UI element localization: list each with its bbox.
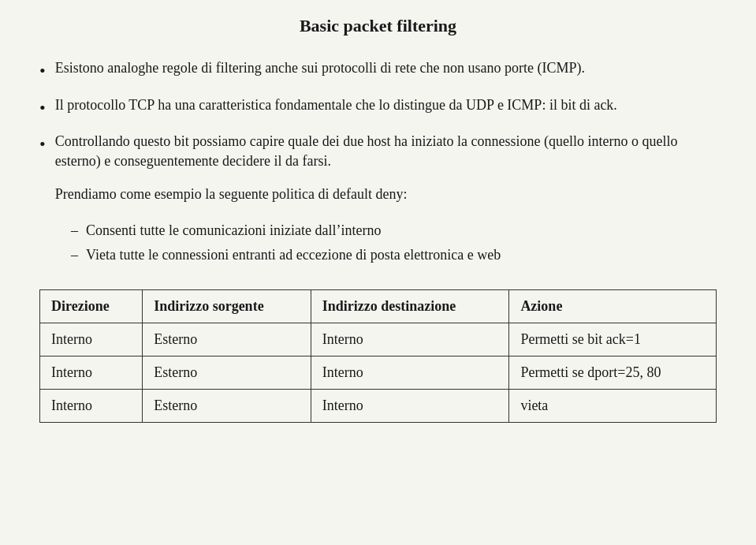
col-header-direzione: Direzione <box>40 289 143 323</box>
row2-azione: Permetti se dport=25, 80 <box>509 356 717 389</box>
bullet-symbol-1: • <box>39 60 46 83</box>
row2-direzione: Interno <box>40 356 143 389</box>
row1-destinazione: Interno <box>311 323 509 356</box>
row2-destinazione: Interno <box>311 356 509 389</box>
row1-direzione: Interno <box>40 323 143 356</box>
dash-symbol-2: – <box>71 245 78 265</box>
row3-destinazione: Interno <box>311 389 509 422</box>
bullet-symbol-2: • <box>39 97 46 120</box>
col-header-destinazione: Indirizzo destinazione <box>311 289 509 323</box>
row3-direzione: Interno <box>40 389 143 422</box>
sub-list-text-2: Vieta tutte le connessioni entranti ad e… <box>86 245 501 265</box>
bullet-text-2: Il protocollo TCP ha una caratteristica … <box>55 95 717 115</box>
example-section: • Prendiamo come esempio la seguente pol… <box>39 185 717 266</box>
table-section: Direzione Indirizzo sorgente Indirizzo d… <box>39 289 717 423</box>
table-row: Interno Esterno Interno vieta <box>40 389 717 422</box>
col-header-sorgente: Indirizzo sorgente <box>143 289 311 323</box>
dash-symbol-1: – <box>71 221 78 241</box>
bullet-text-1: Esistono analoghe regole di filtering an… <box>55 58 717 78</box>
row3-azione: vieta <box>509 389 717 422</box>
example-intro: • Prendiamo come esempio la seguente pol… <box>39 185 717 209</box>
row1-sorgente: Esterno <box>143 323 311 356</box>
bullet-item-2: • Il protocollo TCP ha una caratteristic… <box>39 95 717 120</box>
table-header-row: Direzione Indirizzo sorgente Indirizzo d… <box>40 289 717 323</box>
table-row: Interno Esterno Interno Permetti se dpor… <box>40 356 717 389</box>
example-sub-list: – Consenti tutte le comunicazioni inizia… <box>71 221 717 265</box>
row1-azione: Permetti se bit ack=1 <box>509 323 717 356</box>
packet-filter-table: Direzione Indirizzo sorgente Indirizzo d… <box>39 289 717 423</box>
row3-sorgente: Esterno <box>143 389 311 422</box>
row2-sorgente: Esterno <box>143 356 311 389</box>
content-area: • Esistono analoghe regole di filtering … <box>39 58 717 266</box>
example-intro-text: Prendiamo come esempio la seguente polit… <box>55 185 717 204</box>
col-header-azione: Azione <box>509 289 717 323</box>
table-row: Interno Esterno Interno Permetti se bit … <box>40 323 717 356</box>
bullet-text-3: Controllando questo bit possiamo capire … <box>55 132 717 171</box>
sub-list-item-1: – Consenti tutte le comunicazioni inizia… <box>71 221 717 241</box>
bullet-symbol-3: • <box>39 133 46 156</box>
bullet-item-1: • Esistono analoghe regole di filtering … <box>39 58 717 83</box>
sub-list-text-1: Consenti tutte le comunicazioni iniziate… <box>86 221 381 241</box>
bullet-item-3: • Controllando questo bit possiamo capir… <box>39 132 717 171</box>
page-title: Basic packet filtering <box>39 16 717 36</box>
sub-list-item-2: – Vieta tutte le connessioni entranti ad… <box>71 245 717 265</box>
